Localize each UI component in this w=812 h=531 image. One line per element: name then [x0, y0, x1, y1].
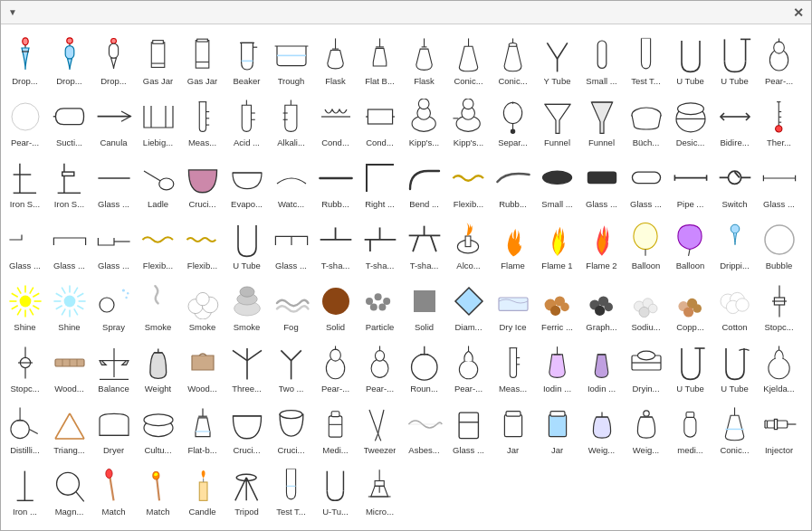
item-irons2[interactable]: Iron S... [47, 151, 91, 213]
item-flask1[interactable]: Flask [313, 28, 358, 90]
item-match2[interactable]: Match [136, 459, 180, 520]
item-asbes[interactable]: Asbes... [402, 397, 446, 459]
item-smoke1[interactable]: Smoke [136, 274, 180, 336]
item-evapo[interactable]: Evapo... [224, 151, 269, 213]
item-round[interactable]: Roun... [402, 336, 446, 397]
item-flame1[interactable]: Flame [491, 213, 535, 274]
item-pear4[interactable]: Pear-... [358, 336, 402, 397]
item-iodin2[interactable]: Iodin ... [579, 336, 624, 397]
item-switch[interactable]: Switch [712, 151, 757, 213]
item-ther[interactable]: Ther... [757, 90, 801, 151]
item-pear2[interactable]: Pear-... [3, 90, 47, 151]
item-ladle[interactable]: Ladle [136, 151, 180, 213]
item-drippi[interactable]: Drippi... [712, 213, 757, 274]
item-cond2[interactable]: Cond... [358, 90, 402, 151]
item-flexib2[interactable]: Flexib... [136, 213, 180, 274]
item-fog[interactable]: Fog [269, 274, 313, 336]
close-button[interactable]: ✕ [793, 5, 804, 20]
item-flame2[interactable]: Flame 1 [535, 213, 579, 274]
item-triang[interactable]: Triang... [47, 397, 91, 459]
item-flame3[interactable]: Flame 2 [579, 213, 624, 274]
item-kipps1[interactable]: Kipp's... [402, 90, 446, 151]
item-flatb[interactable]: Flat B... [358, 28, 402, 90]
item-alkali[interactable]: Alkali... [269, 90, 313, 151]
item-testt2[interactable]: Test T... [269, 459, 313, 520]
item-dropper2[interactable]: Drop... [47, 28, 91, 90]
item-weig1[interactable]: Weig... [579, 397, 624, 459]
item-buch[interactable]: Büch... [624, 90, 668, 151]
item-gasjar2[interactable]: Gas Jar [180, 28, 224, 90]
item-pipe[interactable]: Pipe ... [668, 151, 712, 213]
item-bubble[interactable]: Bubble [757, 213, 801, 274]
item-glass7[interactable]: Glass ... [91, 213, 136, 274]
item-utube3[interactable]: U Tube [224, 213, 269, 274]
item-ferric[interactable]: Ferric ... [535, 274, 579, 336]
item-iron[interactable]: Iron ... [3, 459, 47, 520]
item-jar2[interactable]: Jar [535, 397, 579, 459]
item-cruci[interactable]: Cruci... [180, 151, 224, 213]
item-solid1[interactable]: Solid [313, 274, 358, 336]
item-dryice[interactable]: Dry Ice [491, 274, 535, 336]
item-stopc2[interactable]: Stopc... [3, 336, 47, 397]
item-acid[interactable]: Acid ... [224, 90, 269, 151]
item-weig2[interactable]: Weig... [624, 397, 668, 459]
item-utube1[interactable]: U Tube [668, 28, 712, 90]
item-dropper3[interactable]: Drop... [91, 28, 136, 90]
item-wood1[interactable]: Wood... [47, 336, 91, 397]
item-kjelda[interactable]: Kjelda... [757, 336, 801, 397]
item-glass2[interactable]: Glass ... [579, 151, 624, 213]
item-drying[interactable]: Dryin... [624, 336, 668, 397]
item-liebig[interactable]: Liebig... [136, 90, 180, 151]
item-alco[interactable]: Alco... [446, 213, 491, 274]
item-match1[interactable]: Match [91, 459, 136, 520]
item-testt[interactable]: Test T... [624, 28, 668, 90]
item-sodium[interactable]: Sodiu... [624, 274, 668, 336]
item-candle[interactable]: Candle [180, 459, 224, 520]
item-tsha3[interactable]: T-sha... [402, 213, 446, 274]
item-smoke3[interactable]: Smoke [224, 274, 269, 336]
item-rubber1[interactable]: Rubb... [313, 151, 358, 213]
item-pear1[interactable]: Pear-... [757, 28, 801, 90]
item-conic1[interactable]: Conic... [446, 28, 491, 90]
item-trough[interactable]: Trough [269, 28, 313, 90]
item-conic3[interactable]: Conic... [712, 397, 757, 459]
item-meas2[interactable]: Meas... [491, 336, 535, 397]
item-utube2[interactable]: U Tube [712, 28, 757, 90]
item-pear3[interactable]: Pear-... [313, 336, 358, 397]
item-utube4[interactable]: U Tube [668, 336, 712, 397]
item-pear5[interactable]: Pear-... [446, 336, 491, 397]
item-tripod[interactable]: Tripod [224, 459, 269, 520]
item-three[interactable]: Three... [224, 336, 269, 397]
item-ytube[interactable]: Y Tube [535, 28, 579, 90]
item-flexib3[interactable]: Flexib... [180, 213, 224, 274]
item-balloon2[interactable]: Balloon [668, 213, 712, 274]
item-cotton[interactable]: Cotton [712, 274, 757, 336]
item-solid2[interactable]: Solid [402, 274, 446, 336]
item-glass1[interactable]: Glass ... [91, 151, 136, 213]
item-two[interactable]: Two ... [269, 336, 313, 397]
item-cruci3[interactable]: Cruci... [269, 397, 313, 459]
item-weight[interactable]: Weight [136, 336, 180, 397]
item-cruci2[interactable]: Cruci... [224, 397, 269, 459]
item-tsha1[interactable]: T-sha... [313, 213, 358, 274]
item-separ[interactable]: Separ... [491, 90, 535, 151]
item-glass5[interactable]: Glass ... [3, 213, 47, 274]
item-shine1[interactable]: Shine [3, 274, 47, 336]
item-micro[interactable]: Micro... [358, 459, 402, 520]
item-flexib1[interactable]: Flexib... [446, 151, 491, 213]
item-medi2[interactable]: medi... [668, 397, 712, 459]
item-jar1[interactable]: Jar [491, 397, 535, 459]
item-irons[interactable]: Iron S... [3, 151, 47, 213]
item-smoke2[interactable]: Smoke [180, 274, 224, 336]
item-right[interactable]: Right ... [358, 151, 402, 213]
item-glass6[interactable]: Glass ... [47, 213, 91, 274]
item-distil[interactable]: Distilli... [3, 397, 47, 459]
item-dropper1[interactable]: Drop... [3, 28, 47, 90]
item-wood2[interactable]: Wood... [180, 336, 224, 397]
item-flatb2[interactable]: Flat-b... [180, 397, 224, 459]
item-cond1[interactable]: Cond... [313, 90, 358, 151]
item-beaker[interactable]: Beaker [224, 28, 269, 90]
item-tsha2[interactable]: T-sha... [358, 213, 402, 274]
item-utube5[interactable]: U Tube [712, 336, 757, 397]
item-funnel1[interactable]: Funnel [535, 90, 579, 151]
